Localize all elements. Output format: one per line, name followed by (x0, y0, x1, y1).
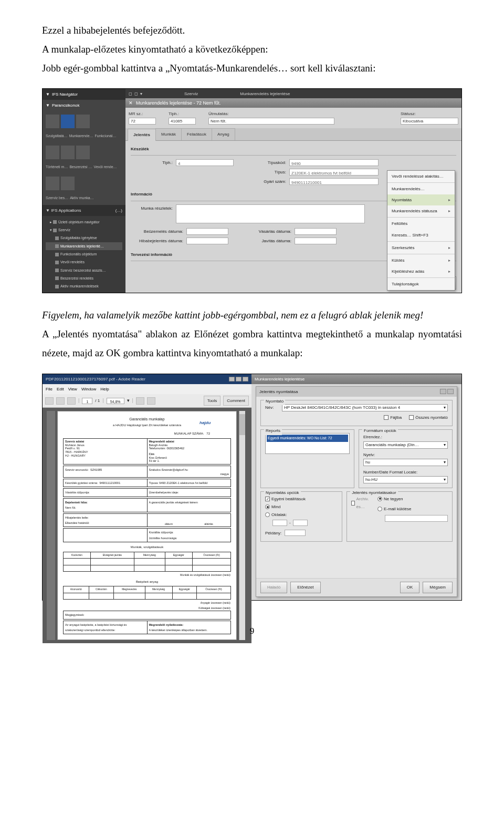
tree-item[interactable]: Vevői rendelés (46, 258, 122, 266)
shortcut-tile[interactable] (61, 146, 75, 159)
print-icon[interactable] (56, 397, 65, 405)
toolbar-icon[interactable] (136, 397, 144, 405)
email-radio[interactable]: E-mail küldése (377, 505, 448, 513)
comment-button[interactable]: Comment (223, 396, 249, 406)
ctx-item[interactable]: Küldés▸ (387, 255, 455, 266)
nav-header[interactable]: ▼ IFS Navigátor (43, 89, 125, 100)
shortcut-tile[interactable] (61, 177, 75, 190)
toolbar-icon[interactable] (45, 397, 54, 405)
vasarlas-input[interactable] (295, 228, 337, 235)
page-to-input[interactable] (293, 520, 308, 526)
help-button[interactable] (440, 389, 446, 394)
tab-anyag[interactable]: Anyag (212, 128, 235, 140)
osszes-nyomtato-checkbox[interactable]: Összes nyomtató (409, 414, 448, 421)
munkareszletek-textarea[interactable] (176, 204, 365, 223)
toolbar-icon[interactable] (147, 397, 155, 405)
dropdown-arrow-icon[interactable]: ▾ (127, 396, 130, 405)
ctx-item[interactable]: Tulajdonságok (387, 279, 455, 290)
ifs-apps-header[interactable]: ▼ IFS Applications (…) (43, 205, 125, 216)
tree-item[interactable]: Aktív munkarendelések (46, 282, 122, 290)
shortcut-tile[interactable] (46, 146, 59, 159)
thumbnail-rail[interactable] (47, 411, 55, 640)
menu-help[interactable]: Help (100, 385, 109, 393)
tree-item[interactable]: Szolgáltatás igénylése (46, 234, 122, 242)
ctx-item[interactable]: Munkarendelés státusza▸ (387, 205, 455, 216)
shortcut-labels: Szerviz bes… Aktív munka… (43, 193, 125, 204)
fajlba-checkbox[interactable]: Fájlba (384, 414, 402, 421)
ctx-item-nyomtatas[interactable]: Nyomtatás▸ (387, 194, 455, 205)
tab-close-icon[interactable]: ✕ (129, 99, 133, 108)
ctx-item[interactable]: Vevői rendeléssé alakítás… (387, 171, 455, 182)
tool-icon[interactable]: ▾ (140, 90, 142, 98)
menu-view[interactable]: View (68, 385, 77, 393)
shortcut-tile[interactable] (61, 115, 75, 128)
email-input[interactable] (385, 515, 448, 522)
tree-item[interactable]: Beszerzési rendelés (46, 274, 122, 282)
hibabejelentes-input[interactable] (186, 238, 228, 244)
tree-item[interactable]: Funkcionális objektum (46, 250, 122, 258)
tree-item[interactable]: Szerviz beszerzési asszis… (46, 266, 122, 274)
tipuskod-input[interactable]: 9490 (289, 159, 379, 166)
zoom-input[interactable]: 54,8% (107, 398, 124, 404)
shortcut-tiles (43, 142, 125, 162)
kesz-tlph-input[interactable]: 4 (176, 159, 234, 166)
pdf-window-title: PDF20112011210001237176097.pdf - Adobe R… (46, 375, 145, 383)
halado-button[interactable]: Haladó (260, 582, 287, 593)
page-number-input[interactable]: 1 (82, 398, 92, 404)
ctx-item[interactable]: Szerkesztés▸ (387, 242, 455, 253)
beuzemeles-input[interactable] (186, 228, 228, 235)
page-from-input[interactable] (272, 520, 287, 526)
menu-window[interactable]: Window (81, 385, 96, 393)
close-button[interactable] (447, 389, 454, 394)
breadcrumb-item[interactable]: Szerviz (184, 90, 198, 98)
tree-item-selected[interactable]: Munkarendelés lejelenté… (46, 242, 122, 250)
shortcut-tile[interactable] (46, 177, 59, 190)
breadcrumb-item[interactable]: Munkarendelés lejelentése (240, 90, 290, 98)
locale-select[interactable]: hu-HU▾ (363, 476, 448, 483)
menu-file[interactable]: File (46, 385, 52, 393)
nyelv-select[interactable]: hu▾ (363, 459, 448, 466)
window-tab-title[interactable]: Munkarendelés lejelentése - 72 Nem fűt. (136, 99, 221, 108)
status-input[interactable]: Kibocsátva (401, 118, 458, 125)
mrsz-input[interactable]: 72 (129, 118, 156, 125)
elonezet-button[interactable]: Előnézet (290, 582, 320, 593)
ctx-item[interactable]: Kijelöléshez adás▸ (387, 266, 455, 277)
maximize-button[interactable] (236, 377, 242, 381)
tool-icon[interactable]: ◻ (134, 90, 138, 98)
minimize-button[interactable] (229, 377, 235, 381)
tool-icon[interactable]: ◻ (129, 90, 132, 98)
ctx-item[interactable]: Feltöltés (387, 218, 455, 229)
tab-jelentes[interactable]: Jelentés (128, 129, 156, 140)
tlph-input[interactable]: 41085 (169, 118, 196, 125)
ctx-item[interactable]: Keresés… Shift+F3 (387, 230, 455, 241)
ok-button[interactable]: OK (400, 582, 420, 593)
javitas-input[interactable] (295, 238, 337, 244)
printer-select[interactable]: HP DeskJet 840C/841C/842C/843C (hom TC03… (282, 404, 448, 411)
tab-munkak[interactable]: Munkák (155, 128, 182, 140)
oldalak-radio[interactable]: Oldalak: (265, 511, 338, 519)
tab-feladasok[interactable]: Feladások (181, 128, 212, 140)
close-button[interactable] (243, 377, 248, 381)
peldany-input[interactable] (285, 530, 306, 536)
tipus-input[interactable]: Z120EK-1 elektromos fvt belföld (289, 169, 379, 176)
archiv-checkbox[interactable]: Archiv. és… (351, 495, 370, 511)
parancsikonok-header[interactable]: ▼ Parancsikonok (43, 100, 125, 111)
mind-radio[interactable]: Mind (265, 503, 338, 511)
reports-listbox[interactable]: Egyedi munkarendelés: WO No List: 72 (265, 433, 350, 454)
toolbar-icon[interactable] (67, 397, 76, 405)
gyariszam-input[interactable]: 9490111210001 (289, 178, 379, 185)
ctx-item[interactable]: Munkarendelés… (387, 183, 455, 194)
shortcut-tile[interactable] (46, 115, 59, 128)
pdf-scrollbar[interactable] (239, 411, 245, 640)
shortcut-tile[interactable] (76, 146, 90, 159)
tools-button[interactable]: Tools (204, 396, 221, 406)
tree-item[interactable]: ▸ Üzleti objektum navigátor (46, 218, 122, 226)
submenu-arrow-icon: ▸ (448, 196, 450, 204)
utm-input[interactable]: Nem fűt. (208, 118, 334, 125)
menu-edit[interactable]: Edit (57, 385, 64, 393)
megsem-button[interactable]: Mégsem (423, 582, 453, 593)
tree-item[interactable]: ▾ Szerviz (46, 226, 122, 234)
shortcut-tile[interactable] (76, 115, 90, 128)
elrendezes-select[interactable]: Garanciális munkalap (Din…▾ (363, 441, 448, 449)
report-row[interactable]: Egyedi munkarendelés: WO No List: 72 (267, 435, 348, 441)
